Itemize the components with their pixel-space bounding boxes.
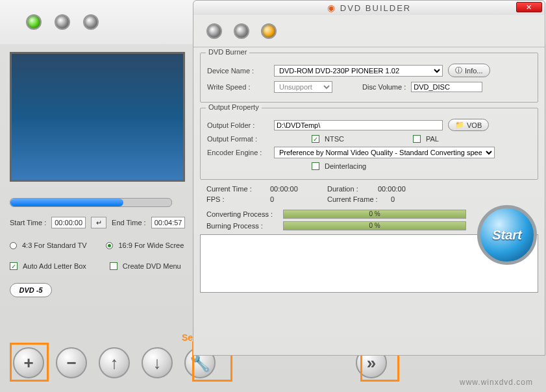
converting-progress: 0 %	[283, 210, 466, 219]
start-button[interactable]: Start	[477, 205, 537, 265]
pal-checkbox[interactable]	[413, 135, 421, 143]
create-menu-checkbox[interactable]	[110, 262, 118, 270]
disc-volume-label: Disc Volume :	[362, 83, 406, 91]
ntsc-checkbox[interactable]: ✓	[312, 135, 319, 143]
move-down-button[interactable]: ↓	[142, 347, 173, 378]
dvd-burner-title: DVD Burner	[206, 48, 249, 56]
aspect-4-3-label: 4:3 For Standard TV	[22, 241, 86, 249]
move-up-button[interactable]: ↑	[99, 347, 130, 378]
burning-progress: 0 %	[283, 221, 466, 230]
fps-value: 0	[270, 195, 322, 203]
remove-button[interactable]: −	[56, 347, 87, 378]
playback-seekbar[interactable]	[10, 198, 172, 207]
led-green-indicator	[26, 14, 42, 30]
converting-process-label: Converting Process :	[206, 210, 278, 218]
current-frame-value: 0	[391, 195, 395, 203]
letterbox-label: Auto Add Letter Box	[23, 262, 86, 270]
info-button[interactable]: ⓘ Info...	[448, 64, 490, 77]
output-property-group: Output Property Output Folder : 📁 VOB Ou…	[200, 108, 538, 180]
seekbar-fill	[10, 199, 123, 206]
aspect-4-3-radio[interactable]	[10, 242, 17, 249]
info-icon: ⓘ	[455, 66, 462, 75]
dvd-burner-group: DVD Burner Device Name : DVD-ROM DVD-230…	[200, 53, 538, 103]
progress-stats: Current Time : 00:00:00 Duration : 00:00…	[206, 185, 466, 230]
preview-panel: Start Time : 00:00:00 ↵ End Time : 00:04…	[10, 52, 192, 297]
duration-label: Duration :	[327, 185, 373, 193]
vob-button[interactable]: 📁 VOB	[448, 119, 489, 131]
ntsc-label: NTSC	[325, 135, 344, 143]
letterbox-checkbox[interactable]: ✓	[10, 262, 18, 270]
dvd-builder-window: ◉ DVD BUILDER ✕ DVD Burner Device Name :…	[193, 0, 545, 356]
end-time-label: End Time :	[112, 219, 146, 227]
led-indicator-2	[55, 14, 70, 30]
start-time-label: Start Time :	[10, 219, 46, 227]
builder-toolbar	[193, 15, 545, 47]
pal-label: PAL	[426, 135, 439, 143]
current-frame-label: Current Frame :	[327, 195, 386, 203]
apply-start-button[interactable]: ↵	[91, 217, 106, 228]
encoder-engine-label: Encoder Engine :	[207, 149, 269, 156]
output-folder-label: Output Folder :	[207, 121, 269, 129]
aspect-16-9-label: 16:9 For Wide Scree	[118, 241, 184, 249]
deinterlacing-checkbox[interactable]	[312, 162, 319, 170]
titlebar: ◉ DVD BUILDER ✕	[193, 1, 545, 15]
builder-led-2	[234, 23, 249, 39]
deinterlacing-label: Deinterlacing	[325, 162, 366, 170]
current-time-label: Current Time :	[206, 185, 265, 193]
device-name-select[interactable]: DVD-ROM DVD-230P PIONEER 1.02	[274, 65, 443, 77]
aspect-16-9-radio[interactable]	[106, 242, 113, 249]
builder-led-1	[206, 23, 222, 39]
dvd-type-badge: DVD -5	[10, 283, 52, 297]
encoder-engine-select[interactable]: Preference by Normal Video Quality - Sta…	[274, 147, 495, 158]
disc-volume-input[interactable]	[411, 82, 482, 92]
led-indicator-3	[83, 14, 99, 30]
output-format-label: Output Format :	[207, 135, 269, 143]
start-time-input[interactable]: 00:00:00	[51, 217, 86, 228]
write-speed-label: Write Speed :	[207, 83, 269, 91]
footer-brand: www.winxdvd.com	[460, 378, 533, 387]
duration-value: 00:00:00	[378, 185, 406, 193]
window-title: DVD BUILDER	[340, 3, 411, 13]
builder-led-amber	[261, 23, 277, 39]
main-window: Start Time : 00:00:00 ↵ End Time : 00:04…	[0, 0, 546, 392]
write-speed-select[interactable]: Unsupport	[274, 81, 332, 93]
create-menu-label: Create DVD Menu	[123, 262, 181, 270]
burning-process-label: Burning Process :	[206, 222, 278, 230]
device-name-label: Device Name :	[207, 67, 269, 75]
output-property-title: Output Property	[206, 103, 262, 111]
close-button[interactable]: ✕	[516, 2, 542, 12]
folder-icon: 📁	[455, 121, 464, 129]
video-preview	[10, 52, 185, 182]
end-time-input[interactable]: 00:04:57	[151, 217, 186, 228]
add-highlight	[10, 343, 49, 382]
flame-icon: ◉	[327, 3, 336, 13]
fps-label: FPS :	[206, 195, 265, 203]
current-time-value: 00:00:00	[270, 185, 322, 193]
output-folder-input[interactable]	[274, 120, 443, 130]
